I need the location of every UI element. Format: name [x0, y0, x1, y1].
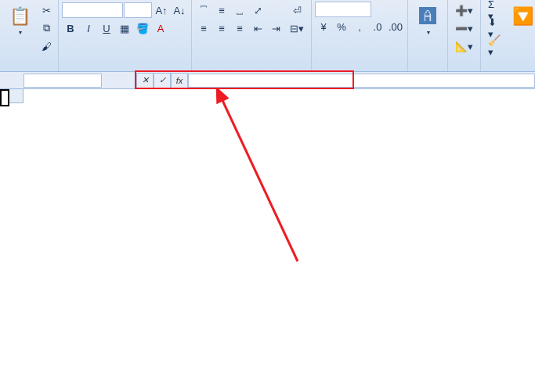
delete-button[interactable]: ➖ ▾ [451, 20, 477, 37]
decrease-indent-button[interactable]: ⇤ [249, 20, 266, 37]
styles-button[interactable]: 🅰 ▾ [411, 2, 444, 38]
fill-color-button[interactable]: 🪣 [134, 20, 151, 37]
font-color-button[interactable]: A [152, 20, 169, 37]
align-top-button[interactable]: ⎴ [195, 2, 212, 19]
sort-filter-button[interactable]: 🔽 [506, 2, 535, 31]
svg-line-0 [221, 97, 298, 261]
align-right-button[interactable]: ≡ [231, 20, 248, 37]
annotation-arrow [204, 89, 313, 277]
align-center-button[interactable]: ≡ [213, 20, 230, 37]
paste-icon: 📋 [7, 4, 32, 29]
number-format-select[interactable] [315, 2, 371, 17]
group-styles-title [411, 68, 444, 71]
enter-formula-button[interactable]: ✓ [154, 73, 171, 88]
group-cells-title [451, 68, 477, 71]
align-left-button[interactable]: ≡ [195, 20, 212, 37]
group-editing-title [484, 68, 535, 71]
increase-indent-button[interactable]: ⇥ [267, 20, 284, 37]
paste-button[interactable]: 📋 ▾ [3, 2, 36, 38]
decrease-font-button[interactable]: A↓ [171, 2, 188, 19]
underline-button[interactable]: U [98, 20, 115, 37]
font-name-select[interactable] [62, 2, 123, 18]
group-alignment-title [195, 68, 308, 71]
cancel-formula-button[interactable]: ✕ [136, 73, 154, 88]
font-size-select[interactable] [124, 2, 152, 18]
decrease-decimal-button[interactable]: .00 [387, 18, 404, 35]
increase-font-button[interactable]: A↑ [153, 2, 170, 19]
styles-icon: 🅰 [415, 4, 440, 29]
currency-button[interactable]: ¥ [315, 18, 332, 35]
group-clipboard-title [3, 68, 55, 71]
clear-button[interactable]: 🧹 ▾ [484, 38, 504, 55]
increase-decimal-button[interactable]: .0 [369, 18, 386, 35]
format-button[interactable]: 📐 ▾ [451, 38, 477, 55]
group-clipboard: 📋 ▾ ✂ ⧉ 🖌 [0, 0, 59, 71]
comma-button[interactable]: , [351, 18, 368, 35]
group-font: A↑ A↓ B I U ▦ 🪣 A [59, 0, 192, 71]
select-all-corner[interactable] [0, 89, 23, 103]
cut-button[interactable]: ✂ [38, 2, 55, 19]
insert-button[interactable]: ➕ ▾ [451, 2, 477, 19]
group-number: ¥ % , .0 .00 [312, 0, 408, 71]
ribbon: 📋 ▾ ✂ ⧉ 🖌 A↑ A↓ B [0, 0, 535, 72]
italic-button[interactable]: I [80, 20, 97, 37]
merge-center-button[interactable]: ⊟▾ [286, 20, 308, 37]
group-font-title [62, 68, 188, 71]
wrap-text-button[interactable]: ⏎ [286, 2, 308, 19]
group-cells: ➕ ▾ ➖ ▾ 📐 ▾ [448, 0, 481, 71]
group-alignment: ⎴ ≡ ⎵ ⤢ ≡ ≡ ≡ ⇤ ⇥ ⏎ ⊟▾ [192, 0, 312, 71]
formula-input[interactable] [188, 74, 535, 88]
align-middle-button[interactable]: ≡ [213, 2, 230, 19]
sort-icon: 🔽 [510, 4, 535, 29]
percent-button[interactable]: % [333, 18, 350, 35]
border-button[interactable]: ▦ [116, 20, 133, 37]
group-editing: Σ ▾ ⬇ ▾ 🧹 ▾ 🔽 🔍 [481, 0, 535, 71]
name-box[interactable] [23, 74, 102, 88]
orientation-button[interactable]: ⤢ [249, 2, 266, 19]
group-styles: 🅰 ▾ [408, 0, 448, 71]
copy-button[interactable]: ⧉ [38, 20, 55, 37]
formula-bar: ✕ ✓ fx [0, 72, 535, 89]
group-number-title [315, 68, 404, 71]
format-painter-button[interactable]: 🖌 [38, 38, 55, 55]
insert-function-button[interactable]: fx [171, 73, 188, 88]
spreadsheet-grid[interactable] [0, 89, 535, 392]
align-bottom-button[interactable]: ⎵ [231, 2, 248, 19]
bold-button[interactable]: B [62, 20, 79, 37]
